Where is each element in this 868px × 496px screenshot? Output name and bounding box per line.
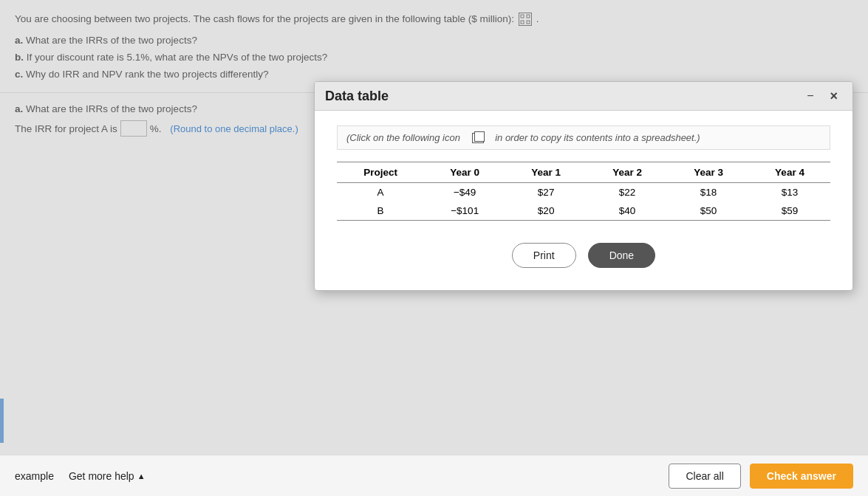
copy-text-2: in order to copy its contents into a spr… — [495, 132, 700, 143]
modal-controls: − × — [802, 88, 842, 104]
modal-body: (Click on the following icon in order to… — [315, 111, 852, 290]
cell-value: $27 — [505, 183, 587, 202]
print-button[interactable]: Print — [512, 243, 576, 268]
cell-value: $13 — [749, 183, 830, 202]
cell-value: −$101 — [424, 202, 505, 221]
table-header-row: Project Year 0 Year 1 Year 2 Year 3 Year… — [337, 162, 830, 183]
cell-value: $18 — [668, 183, 749, 202]
check-answer-button[interactable]: Check answer — [750, 464, 853, 489]
copy-icon — [472, 133, 484, 143]
modal-overlay: Data table − × (Click on the following i… — [0, 0, 868, 496]
modal-minimize-button[interactable]: − — [802, 89, 818, 103]
cell-value: $59 — [749, 202, 830, 221]
data-table: Project Year 0 Year 1 Year 2 Year 3 Year… — [337, 162, 830, 221]
copy-instruction: (Click on the following icon in order to… — [337, 125, 830, 150]
copy-text-1: (Click on the following icon — [346, 132, 460, 143]
modal-title: Data table — [325, 89, 389, 104]
help-arrow-icon: ▲ — [137, 472, 146, 480]
cell-value: −$49 — [424, 183, 505, 202]
done-button[interactable]: Done — [588, 243, 655, 268]
cell-value: $40 — [587, 202, 668, 221]
get-more-help-button[interactable]: Get more help ▲ — [69, 470, 146, 482]
get-more-help-text: Get more help — [69, 470, 134, 482]
toolbar-right: Clear all Check answer — [669, 464, 853, 489]
bottom-toolbar: example Get more help ▲ Clear all Check … — [0, 455, 868, 496]
cell-value: $50 — [668, 202, 749, 221]
cell-value: $22 — [587, 183, 668, 202]
col-year4: Year 4 — [749, 162, 830, 183]
modal-dialog: Data table − × (Click on the following i… — [314, 81, 853, 291]
col-year0: Year 0 — [424, 162, 505, 183]
table-row: B−$101$20$40$50$59 — [337, 202, 830, 221]
modal-header: Data table − × — [315, 82, 852, 111]
table-row: A−$49$27$22$18$13 — [337, 183, 830, 202]
col-year2: Year 2 — [587, 162, 668, 183]
cell-value: $20 — [505, 202, 587, 221]
col-project: Project — [337, 162, 424, 183]
col-year3: Year 3 — [668, 162, 749, 183]
modal-footer: Print Done — [337, 243, 830, 268]
col-year1: Year 1 — [505, 162, 587, 183]
cell-project: B — [337, 202, 424, 221]
clear-all-button[interactable]: Clear all — [669, 464, 740, 489]
page-wrapper: You are choosing between two projects. T… — [0, 0, 868, 496]
modal-close-button[interactable]: × — [825, 88, 842, 104]
cell-project: A — [337, 183, 424, 202]
example-label: example — [15, 470, 54, 482]
